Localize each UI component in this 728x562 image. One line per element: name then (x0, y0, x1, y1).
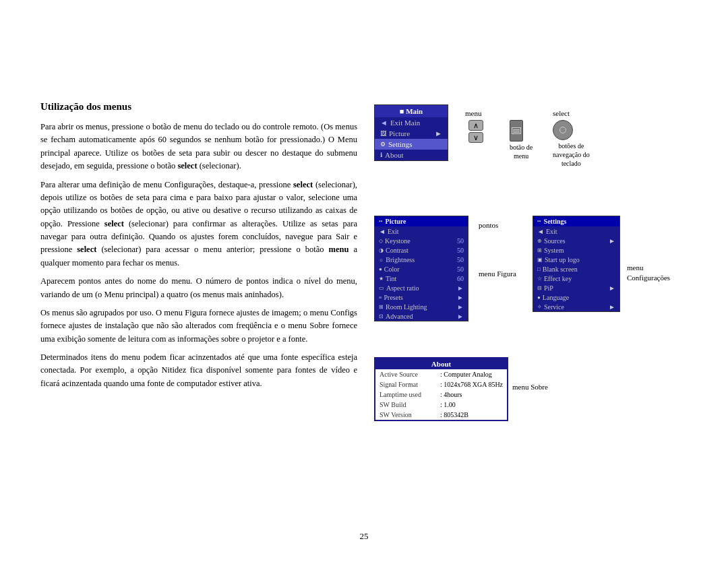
menu-label-top: menu (465, 109, 481, 117)
picture-presets: ≡ Presets ► (375, 292, 468, 302)
advanced-arrow: ► (457, 313, 464, 320)
nav-up-button[interactable]: ∧ (468, 120, 483, 131)
sw-version-value: : 805342B (440, 411, 468, 418)
main-menu-diagram: ■ Main ◄ Exit Main 🖼 Picture ► ⚙ Setting… (374, 104, 448, 161)
exit-arrow-icon: ◄ (379, 228, 386, 235)
settings-exit-arrow: ◄ (537, 228, 544, 235)
about-label: About (385, 151, 404, 159)
main-menu-box: ■ Main ◄ Exit Main 🖼 Picture ► ⚙ Setting… (374, 104, 448, 161)
picture-label: Picture (389, 129, 410, 137)
about-sw-build: SW Build : 1.00 (375, 400, 507, 410)
room-arrow: ► (457, 303, 464, 311)
settings-startup-logo: ▣ Start up logo (533, 255, 619, 264)
settings-effect-key: ☆ Effect key (533, 274, 619, 283)
info-icon: ℹ (380, 152, 382, 158)
select-inner-icon (559, 127, 566, 133)
lamptime-value: : 4hours (440, 391, 462, 398)
sw-build-value: : 1.00 (440, 401, 456, 408)
color-value: 50 (457, 266, 464, 273)
presets-label: Presets (384, 294, 403, 301)
paragraph-5: Determinados itens do menu podem ficar a… (40, 351, 357, 390)
tint-value: 60 (457, 275, 464, 282)
language-label: Language (543, 294, 569, 301)
picture-tint: ★ Tint 60 (375, 274, 468, 283)
settings-blank-screen: □ Blank screen (533, 264, 619, 274)
picture-contrast: ◑ Contrast 50 (375, 245, 468, 255)
menu-rect-button[interactable] (510, 120, 523, 142)
keystone-icon: ◇ (379, 238, 383, 244)
select-label-top: select (553, 109, 570, 117)
about-signal-format: Signal Format : 1024x768 XGA 85Hz (375, 379, 507, 389)
menu-rect-icon (512, 127, 521, 134)
nav-buttons-diagram: ∧ ∨ (468, 120, 483, 143)
settings-label: Settings (388, 140, 412, 148)
brightness-value: 50 (457, 256, 464, 263)
startup-icon: ▣ (537, 257, 543, 263)
about-active-source: Active Source : Computer Analog (375, 369, 507, 379)
page-container: Utilização dos menus Para abrir os menus… (0, 0, 728, 562)
arrow-right-icon: ► (435, 129, 442, 137)
aspect-icon: ▭ (379, 285, 384, 291)
picture-icon: 🖼 (380, 130, 386, 137)
settings-sources: ⊕ Sources ► (533, 236, 619, 245)
blank-icon: □ (537, 266, 541, 272)
about-lamptime: Lamptime used : 4hours (375, 389, 507, 400)
exit-label: Exit (388, 228, 399, 235)
main-menu-about: ℹ About (375, 150, 448, 160)
botao-menu-label: botão demenu (510, 143, 533, 160)
about-sw-version: SW Version : 805342B (375, 410, 507, 420)
presets-icon: ≡ (379, 294, 382, 301)
settings-exit: ◄ Exit (533, 226, 619, 236)
settings-menu-box: •• Settings ◄ Exit ⊕ Sources ► ⊞ System … (533, 216, 620, 312)
arrow-left-icon: ◄ (380, 119, 388, 127)
nav-down-button[interactable]: ∨ (468, 132, 483, 143)
botoes-nav-label: botões denavegação doteclado (553, 142, 590, 168)
contrast-icon: ◑ (379, 247, 384, 253)
select-button-diagram: botões denavegação doteclado (553, 120, 590, 168)
picture-menu-box: •• Picture ◄ Exit ◇ Keystone 50 ◑ Contra… (374, 216, 468, 321)
picture-dots: •• (379, 218, 383, 224)
menu-config-label: menuConfigurações (627, 263, 670, 284)
active-source-value: : Computer Analog (440, 371, 492, 378)
picture-aspect-ratio: ▭ Aspect ratio ► (375, 283, 468, 292)
lamptime-label: Lamptime used (380, 391, 440, 398)
pip-label: PiP (544, 284, 553, 292)
contrast-value: 50 (457, 247, 464, 254)
sources-arrow: ► (609, 237, 615, 245)
system-icon: ⊞ (537, 247, 542, 253)
brightness-label: Brightness (386, 256, 415, 263)
sources-label: Sources (544, 237, 566, 245)
settings-header-label: Settings (544, 218, 567, 225)
paragraph-2: Para alterar uma definição de menu Confi… (40, 179, 357, 270)
menu-sobre-label: menu Sobre (512, 383, 548, 391)
picture-menu-header: •• Picture (375, 216, 468, 226)
picture-keystone: ◇ Keystone 50 (375, 236, 468, 245)
signal-format-value: : 1024x768 XGA 85Hz (440, 381, 503, 388)
picture-advanced: ⊡ Advanced ► (375, 311, 468, 321)
service-arrow: ► (609, 303, 615, 311)
paragraph-1: Para abrir os menus, pressione o botão d… (40, 121, 357, 173)
blank-label: Blank screen (543, 266, 578, 273)
main-menu-picture: 🖼 Picture ► (375, 128, 448, 139)
settings-pip: ⊟ PiP ► (533, 283, 619, 292)
picture-brightness: ☼ Brightness 50 (375, 255, 468, 264)
sw-version-label: SW Version (380, 411, 440, 418)
aspect-arrow: ► (457, 284, 464, 292)
select-circle-button[interactable] (553, 120, 573, 140)
service-icon: ✧ (537, 304, 542, 310)
language-icon: ● (537, 294, 541, 301)
exit-main-label: Exit Main (390, 119, 420, 127)
pip-arrow: ► (609, 284, 615, 292)
section-title: Utilização dos menus (40, 101, 357, 113)
system-label: System (544, 247, 564, 254)
settings-language: ● Language (533, 292, 619, 302)
effect-label: Effect key (544, 275, 572, 282)
paragraph-3: Aparecem pontos antes do nome do menu. O… (40, 275, 357, 301)
menu-figura-label: menu Figura (479, 270, 516, 278)
advanced-label: Advanced (386, 313, 413, 320)
sw-build-label: SW Build (380, 401, 440, 408)
color-label: Color (384, 266, 400, 273)
advanced-icon: ⊡ (379, 313, 384, 319)
service-label: Service (544, 303, 564, 311)
settings-service: ✧ Service ► (533, 302, 619, 311)
